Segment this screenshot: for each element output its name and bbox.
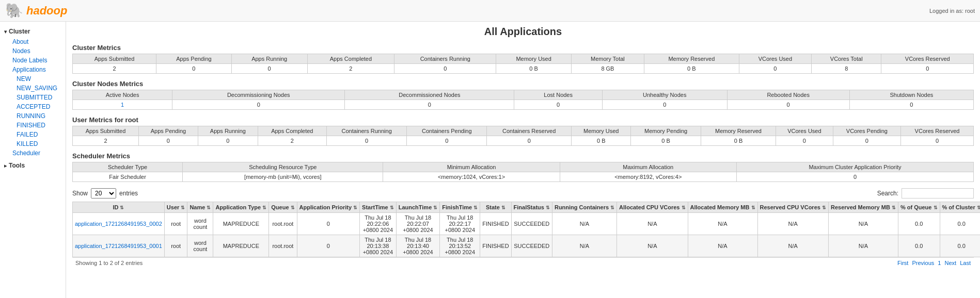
sched-val-3: <memory:8192, vCores:4> [560,172,736,182]
pagination-last[interactable]: Last [960,260,971,266]
pagination-first[interactable]: First [897,260,908,266]
user-metric-val-6: 0 [487,136,572,146]
cluster-nodes-metrics-table: Active Nodes Decommissioning Nodes Decom… [72,90,974,110]
cluster-metrics-table: Apps Submitted Apps Pending Apps Running… [72,54,974,74]
sched-header-0: Scheduler Type [73,162,183,172]
sort-arrows-id[interactable]: ⇅ [120,205,124,210]
sidebar-item-new-saving[interactable]: NEW_SAVING [8,84,66,93]
sort-arrows-pct-queue[interactable]: ⇅ [934,205,938,210]
sort-arrows-finishtime[interactable]: ⇅ [473,205,478,210]
sort-arrows-res-mem[interactable]: ⇅ [892,205,896,210]
user-metrics-section: User Metrics for root Apps Submitted App… [72,116,974,146]
nodes-metric-val-5: 0 [727,100,849,110]
app-id-link[interactable]: application_1721268491953_0001 [75,243,162,249]
sidebar-item-new[interactable]: NEW [8,74,66,84]
cluster-section-title[interactable]: ▾ Cluster [0,26,66,37]
page-title: All Applications [72,26,974,38]
col-header-app-type: Application Type ⇅ [213,202,269,213]
show-entries-control: Show 20 50 100 entries [72,188,138,198]
nodes-metric-val-6: 0 [849,100,973,110]
cell-app-type: MAPREDUCE [213,235,269,257]
cluster-metric-header-10: VCores Reserved [881,54,974,64]
pagination-next[interactable]: Next [945,260,957,266]
pagination-links: First Previous 1 Next Last [895,260,971,266]
entries-select[interactable]: 20 50 100 [91,188,116,198]
cell-finishtime: Thu Jul 18 20:22:17 +0800 2024 [440,213,480,235]
user-metric-val-5: 0 [407,136,487,146]
col-header-res-cpu: Reserved CPU VCores ⇅ [757,202,828,213]
nodes-metric-val-2: 0 [345,100,514,110]
cluster-nodes-metrics-row: 1 0 0 0 0 0 0 [73,100,974,110]
pagination-previous[interactable]: Previous [912,260,934,266]
tools-section-title[interactable]: ▸ Tools [0,160,66,171]
sidebar-item-running[interactable]: RUNNING [8,111,66,121]
sort-arrows-name[interactable]: ⇅ [207,205,211,210]
logo-area: 🐘 hadoop [5,2,67,19]
cluster-metric-val-9: 8 [811,64,881,74]
sort-arrows-alloc-mem[interactable]: ⇅ [751,205,755,210]
user-metric-header-8: Memory Pending [631,126,701,136]
scheduler-metrics-title: Scheduler Metrics [72,152,974,160]
user-metric-val-9: 0 B [701,136,776,146]
sort-arrows-user[interactable]: ⇅ [181,205,185,210]
col-header-name: Name ⇅ [187,202,213,213]
user-metric-header-1: Apps Pending [138,126,198,136]
col-header-starttime: StartTime ⇅ [360,202,397,213]
nodes-metric-header-1: Decommissioning Nodes [172,90,345,100]
sidebar-item-node-labels[interactable]: Node Labels [4,56,66,65]
sort-arrows-starttime[interactable]: ⇅ [390,205,394,210]
sidebar-item-failed[interactable]: FAILED [8,130,66,139]
cluster-metric-header-5: Memory Used [496,54,572,64]
sort-arrows-state[interactable]: ⇅ [501,205,505,210]
cluster-metric-header-9: VCores Total [811,54,881,64]
sidebar-item-killed[interactable]: KILLED [8,139,66,148]
cluster-metric-val-4: 0 [394,64,496,74]
scheduler-metrics-section: Scheduler Metrics Scheduler Type Schedul… [72,152,974,182]
col-header-alloc-cpu: Allocated CPU VCores ⇅ [617,202,688,213]
cell-id: application_1721268491953_0002 [73,213,165,235]
tools-label: Tools [9,162,25,169]
sched-val-2: <memory:1024, vCores:1> [383,172,560,182]
entries-label: entries [119,190,138,197]
sidebar-item-applications[interactable]: Applications [4,65,66,74]
user-metric-header-3: Apps Completed [258,126,326,136]
data-controls: Show 20 50 100 entries Search: [72,188,974,198]
sort-arrows-running-containers[interactable]: ⇅ [610,205,614,210]
main-content: All Applications Cluster Metrics Apps Su… [66,22,980,298]
cell-alloc-cpu: N/A [617,235,688,257]
cell-app-type: MAPREDUCE [213,213,269,235]
sidebar-item-nodes[interactable]: Nodes [4,46,66,56]
col-header-alloc-mem: Allocated Memory MB ⇅ [688,202,757,213]
sort-arrows-alloc-cpu[interactable]: ⇅ [682,205,686,210]
sort-arrows-queue[interactable]: ⇅ [291,205,295,210]
cluster-metric-val-1: 0 [156,64,232,74]
cluster-metrics-section: Cluster Metrics Apps Submitted Apps Pend… [72,44,974,74]
sidebar-item-submitted[interactable]: SUBMITTED [8,93,66,102]
sort-arrows-app-type[interactable]: ⇅ [262,205,266,210]
sidebar-item-about[interactable]: About [4,37,66,46]
user-metric-val-1: 0 [138,136,198,146]
sort-arrows-finalstatus[interactable]: ⇅ [546,205,550,210]
cell-priority: 0 [297,213,360,235]
search-input[interactable] [902,188,974,198]
sidebar-item-scheduler[interactable]: Scheduler [4,148,66,158]
cluster-metric-header-3: Apps Completed [307,54,394,64]
sort-arrows-res-cpu[interactable]: ⇅ [822,205,826,210]
cluster-metric-header-6: Memory Total [571,54,644,64]
cell-alloc-mem: N/A [688,235,757,257]
nodes-metric-header-3: Lost Nodes [514,90,602,100]
app-id-link[interactable]: application_1721268491953_0002 [75,221,162,227]
col-header-res-mem: Reserved Memory MB ⇅ [828,202,898,213]
sort-arrows-launchtime[interactable]: ⇅ [433,205,437,210]
sort-arrows-pct-cluster[interactable]: ⇅ [977,205,980,210]
sidebar-item-finished[interactable]: FINISHED [8,121,66,130]
sidebar-item-accepted[interactable]: ACCEPTED [8,102,66,111]
sort-arrows-priority[interactable]: ⇅ [353,205,357,210]
sched-header-1: Scheduling Resource Type [183,162,383,172]
cell-finishtime: Thu Jul 18 20:13:52 +0800 2024 [440,235,480,257]
cell-queue: root.root [269,235,297,257]
cell-id: application_1721268491953_0001 [73,235,165,257]
cell-finalstatus: SUCCEEDED [511,235,552,257]
pagination-1[interactable]: 1 [938,260,941,266]
col-header-pct-queue: % of Queue ⇅ [898,202,940,213]
